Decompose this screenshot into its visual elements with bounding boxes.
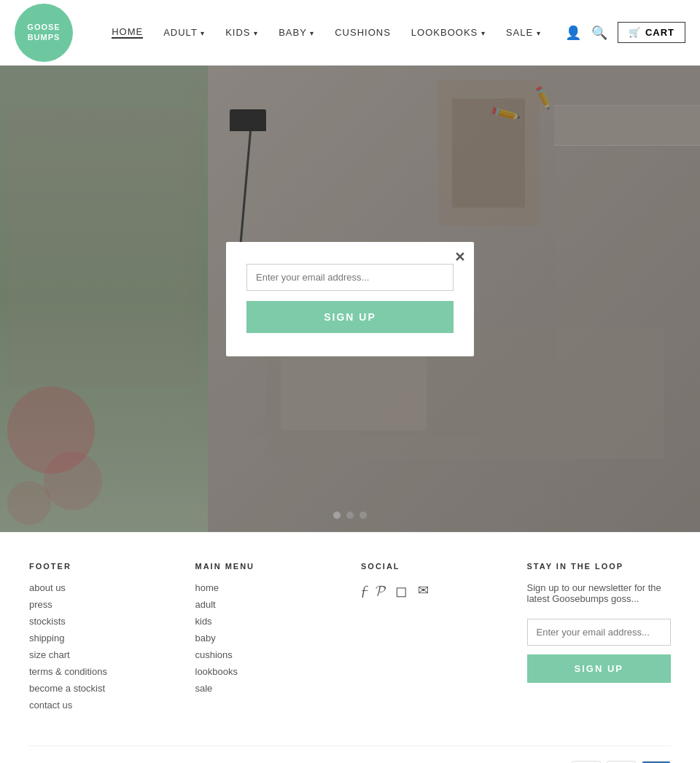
footer-menu-sale[interactable]: sale bbox=[195, 683, 340, 694]
footer-col-footer-heading: FOOTER bbox=[29, 562, 174, 571]
footer-link-shipping[interactable]: shipping bbox=[29, 633, 174, 643]
newsletter-email-input[interactable] bbox=[527, 619, 672, 646]
instagram-icon[interactable]: ◻ bbox=[395, 582, 408, 600]
footer-col-newsletter: STAY IN THE LOOP Sign up to our newslett… bbox=[527, 562, 672, 716]
footer-col-social: SOCIAL 𝓯 𝓟 ◻ ✉ bbox=[361, 562, 505, 716]
nav-adult[interactable]: ADULT ▾ bbox=[163, 27, 205, 38]
site-footer: FOOTER about us press stockists shipping… bbox=[0, 532, 700, 763]
footer-bottom: © 2017 Goosebumps. This store is PCI Com… bbox=[29, 746, 671, 763]
facebook-icon[interactable]: 𝓯 bbox=[361, 582, 365, 600]
footer-col-newsletter-heading: STAY IN THE LOOP bbox=[527, 562, 672, 571]
footer-menu-kids[interactable]: kids bbox=[195, 616, 340, 627]
newsletter-signup-button[interactable]: SIGN UP bbox=[527, 654, 672, 683]
footer-col-footer: FOOTER about us press stockists shipping… bbox=[29, 562, 174, 716]
modal-close-button[interactable]: ✕ bbox=[454, 249, 465, 265]
account-icon[interactable]: 👤 bbox=[565, 25, 581, 41]
adult-arrow: ▾ bbox=[201, 29, 205, 37]
footer-link-terms[interactable]: terms & conditions bbox=[29, 666, 174, 677]
footer-menu-adult[interactable]: adult bbox=[195, 599, 340, 610]
footer-link-become-stockist[interactable]: become a stockist bbox=[29, 683, 174, 694]
footer-link-press[interactable]: press bbox=[29, 599, 174, 610]
kids-arrow: ▾ bbox=[254, 29, 258, 37]
modal-overlay: ✕ SIGN UP bbox=[0, 66, 700, 532]
main-nav: HOME ADULT ▾ KIDS ▾ BABY ▾ CUSHIONS LOOK… bbox=[88, 26, 565, 39]
nav-kids[interactable]: KIDS ▾ bbox=[225, 27, 258, 38]
modal-email-input[interactable] bbox=[246, 264, 454, 291]
social-icons: 𝓯 𝓟 ◻ ✉ bbox=[361, 582, 505, 600]
nav-lookbooks[interactable]: LOOKBOOKS ▾ bbox=[411, 27, 486, 38]
footer-col-menu-heading: MAIN MENU bbox=[195, 562, 340, 571]
footer-menu-lookbooks[interactable]: lookbooks bbox=[195, 666, 340, 677]
cart-button[interactable]: 🛒 CART bbox=[618, 22, 685, 43]
cart-icon: 🛒 bbox=[629, 27, 641, 38]
footer-menu-baby[interactable]: baby bbox=[195, 633, 340, 643]
cart-label: CART bbox=[645, 27, 674, 38]
logo-circle: GOOSEBUMPS bbox=[15, 4, 73, 62]
email-icon[interactable]: ✉ bbox=[418, 582, 429, 600]
lookbooks-arrow: ▾ bbox=[481, 29, 486, 37]
search-icon[interactable]: 🔍 bbox=[591, 25, 607, 41]
email-modal: ✕ SIGN UP bbox=[226, 242, 474, 356]
pinterest-icon[interactable]: 𝓟 bbox=[376, 582, 385, 600]
footer-col-menu: MAIN MENU home adult kids baby cushions … bbox=[195, 562, 340, 716]
footer-link-about[interactable]: about us bbox=[29, 582, 174, 593]
site-header: GOOSEBUMPS HOME ADULT ▾ KIDS ▾ BABY ▾ CU… bbox=[0, 0, 700, 66]
footer-grid: FOOTER about us press stockists shipping… bbox=[29, 562, 671, 716]
hero-section: ✏️ ✏️ ✕ SIGN UP bbox=[0, 66, 700, 532]
footer-link-stockists[interactable]: stockists bbox=[29, 616, 174, 627]
header-right: 👤 🔍 🛒 CART bbox=[565, 22, 685, 43]
nav-sale[interactable]: SALE ▾ bbox=[506, 27, 541, 38]
nav-home[interactable]: HOME bbox=[112, 26, 143, 39]
footer-menu-home[interactable]: home bbox=[195, 582, 340, 593]
modal-signup-button[interactable]: SIGN UP bbox=[246, 301, 454, 333]
footer-link-contact[interactable]: contact us bbox=[29, 700, 174, 711]
nav-baby[interactable]: BABY ▾ bbox=[279, 27, 314, 38]
footer-col-social-heading: SOCIAL bbox=[361, 562, 505, 571]
footer-menu-cushions[interactable]: cushions bbox=[195, 649, 340, 660]
sale-arrow: ▾ bbox=[537, 29, 541, 37]
newsletter-description: Sign up to our newsletter for the latest… bbox=[527, 582, 672, 604]
baby-arrow: ▾ bbox=[310, 29, 314, 37]
nav-cushions[interactable]: CUSHIONS bbox=[335, 27, 391, 38]
footer-link-size-chart[interactable]: size chart bbox=[29, 649, 174, 660]
logo[interactable]: GOOSEBUMPS bbox=[15, 4, 88, 62]
